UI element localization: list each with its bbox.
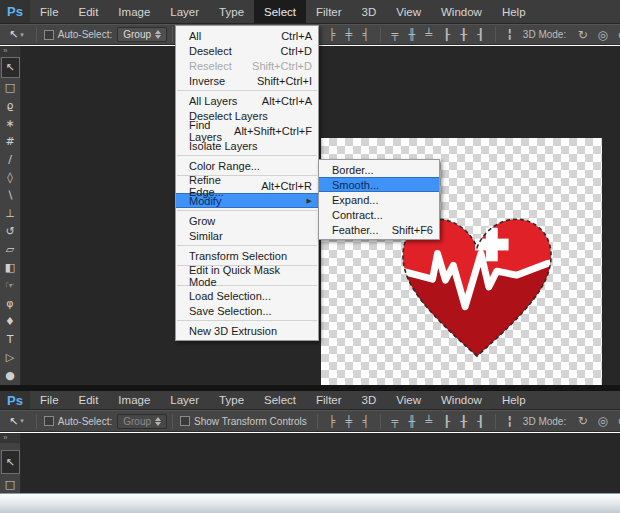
menu-item-filter[interactable]: Filter	[306, 391, 352, 409]
menu-item-transform-selection[interactable]: Transform Selection	[176, 248, 318, 263]
menu-item-help[interactable]: Help	[492, 0, 536, 23]
align-vertical-centers-icon[interactable]: ╪	[342, 28, 356, 41]
align-top-edges-icon[interactable]: ╞	[325, 415, 339, 428]
menu-item-border[interactable]: Border...	[319, 162, 439, 177]
brush-tool[interactable]: ∖	[1, 186, 20, 204]
menu-item-expand[interactable]: Expand...	[319, 192, 439, 207]
menu-item-3d[interactable]: 3D	[352, 0, 387, 23]
menu-item-edit[interactable]: Edit	[69, 0, 109, 23]
tool-preset-picker[interactable]: ↖ ▾	[4, 415, 29, 428]
rectangular-marquee-tool[interactable]: □	[1, 474, 20, 493]
auto-select-checkbox[interactable]	[44, 30, 54, 40]
eraser-tool[interactable]: ▱	[1, 240, 20, 258]
ellipse-tool[interactable]: ●	[1, 366, 20, 384]
menu-item-view[interactable]: View	[386, 0, 431, 23]
spot-healing-brush-tool[interactable]: ◊	[1, 168, 20, 186]
menu-item-type[interactable]: Type	[209, 391, 254, 409]
distribute-right-edges-icon[interactable]: ┨	[474, 415, 488, 428]
menu-item-help[interactable]: Help	[492, 391, 536, 409]
menu-item-feather[interactable]: Feather...Shift+F6	[319, 222, 439, 237]
align-vertical-centers-icon[interactable]: ╪	[342, 415, 356, 428]
gradient-tool[interactable]: ◧	[1, 258, 20, 276]
smudge-tool[interactable]: ☞	[1, 276, 20, 294]
menu-item-file[interactable]: File	[30, 0, 69, 23]
align-left-edges-icon[interactable]: ╤	[388, 415, 402, 428]
menu-item-edit[interactable]: Edit	[69, 391, 109, 409]
distribute-spacing-icon[interactable]: ╏	[503, 28, 517, 41]
align-bottom-edges-icon[interactable]: ╡	[359, 415, 373, 428]
menu-item-modify[interactable]: Modify▶	[176, 193, 318, 208]
align-right-edges-icon[interactable]: ╧	[422, 28, 436, 41]
menu-item-window[interactable]: Window	[431, 391, 492, 409]
menu-item-similar[interactable]: Similar	[176, 228, 318, 243]
menu-item-reselect[interactable]: ReselectShift+Ctrl+D	[176, 58, 318, 73]
menu-item-color-range[interactable]: Color Range...	[176, 158, 318, 173]
collapse-toolbar-icon[interactable]: »	[0, 433, 20, 443]
align-right-edges-icon[interactable]: ╧	[422, 415, 436, 428]
distribute-horizontal-centers-icon[interactable]: ╂	[457, 415, 471, 428]
menu-item-image[interactable]: Image	[108, 391, 160, 409]
3d-roll-icon[interactable]: ◎	[594, 28, 611, 42]
menu-item-select[interactable]: Select	[254, 0, 306, 23]
type-tool[interactable]: T	[1, 330, 20, 348]
auto-select-checkbox[interactable]	[44, 416, 54, 426]
menu-item-select[interactable]: Select	[254, 391, 306, 409]
align-top-edges-icon[interactable]: ╞	[325, 28, 339, 41]
3d-orbit-icon[interactable]: ↻	[574, 28, 591, 42]
clone-stamp-tool[interactable]: ⊥	[1, 204, 20, 222]
3d-orbit-icon[interactable]: ↻	[574, 414, 591, 428]
menu-item-refine-edge[interactable]: Refine Edge...Alt+Ctrl+R	[176, 178, 318, 193]
menu-item-inverse[interactable]: InverseShift+Ctrl+I	[176, 73, 318, 88]
rectangular-marquee-tool[interactable]: □	[1, 78, 20, 96]
history-brush-tool[interactable]: ↺	[1, 222, 20, 240]
menu-item-layer[interactable]: Layer	[160, 391, 209, 409]
align-left-edges-icon[interactable]: ╤	[388, 28, 402, 41]
menu-item-deselect[interactable]: DeselectCtrl+D	[176, 43, 318, 58]
menu-item-grow[interactable]: Grow	[176, 213, 318, 228]
pen-tool[interactable]: ♦	[1, 312, 20, 330]
path-selection-tool[interactable]: ▷	[1, 348, 20, 366]
menu-item-load-selection[interactable]: Load Selection...	[176, 288, 318, 303]
group-select[interactable]: Group	[117, 27, 167, 42]
3d-roll-icon[interactable]: ◎	[594, 414, 611, 428]
menu-item-isolate-layers[interactable]: Isolate Layers	[176, 138, 318, 153]
menu-item-view[interactable]: View	[386, 391, 431, 409]
collapse-toolbar-icon[interactable]: »	[0, 46, 20, 57]
menu-item-file[interactable]: File	[30, 391, 69, 409]
show-transform-checkbox[interactable]	[180, 416, 190, 426]
horizontal-scrollbar[interactable]	[0, 493, 620, 513]
align-bottom-edges-icon[interactable]: ╡	[359, 28, 373, 41]
eyedropper-tool[interactable]: ∕	[1, 150, 20, 168]
menu-item-contract[interactable]: Contract...	[319, 207, 439, 222]
menu-item-layer[interactable]: Layer	[160, 0, 209, 23]
menu-item-all[interactable]: AllCtrl+A	[176, 28, 318, 43]
tool-preset-picker[interactable]: ↖ ▾	[4, 28, 29, 41]
menu-item-smooth[interactable]: Smooth...	[319, 177, 439, 192]
move-tool[interactable]: ↖	[1, 450, 20, 474]
dodge-tool[interactable]: φ	[1, 294, 20, 312]
menu-item-save-selection[interactable]: Save Selection...	[176, 303, 318, 318]
distribute-left-edges-icon[interactable]: ┠	[440, 415, 454, 428]
distribute-right-edges-icon[interactable]: ┨	[474, 28, 488, 41]
menu-item-3d[interactable]: 3D	[352, 391, 387, 409]
menu-item-window[interactable]: Window	[431, 0, 492, 23]
menu-item-type[interactable]: Type	[209, 0, 254, 23]
align-horizontal-centers-icon[interactable]: ╫	[405, 415, 419, 428]
move-tool[interactable]: ↖	[1, 57, 20, 78]
align-horizontal-centers-icon[interactable]: ╫	[405, 28, 419, 41]
distribute-horizontal-centers-icon[interactable]: ╂	[457, 28, 471, 41]
distribute-spacing-icon[interactable]: ╏	[503, 415, 517, 428]
menu-item-find-layers[interactable]: Find LayersAlt+Shift+Ctrl+F	[176, 123, 318, 138]
menu-item-edit-in-quick-mask-mode[interactable]: Edit in Quick Mask Mode	[176, 268, 318, 283]
distribute-left-edges-icon[interactable]: ┠	[440, 28, 454, 41]
3d-pan-icon[interactable]: ⊕	[614, 414, 620, 428]
crop-tool[interactable]: #	[1, 132, 20, 150]
menu-item-new-3d-extrusion[interactable]: New 3D Extrusion	[176, 323, 318, 338]
menu-item-all-layers[interactable]: All LayersAlt+Ctrl+A	[176, 93, 318, 108]
menu-item-filter[interactable]: Filter	[306, 0, 352, 23]
group-select[interactable]: Group	[117, 414, 167, 429]
quick-selection-tool[interactable]: ∗	[1, 114, 20, 132]
3d-pan-icon[interactable]: ⊕	[614, 28, 620, 42]
lasso-tool[interactable]: ϱ	[1, 96, 20, 114]
menu-item-image[interactable]: Image	[108, 0, 160, 23]
